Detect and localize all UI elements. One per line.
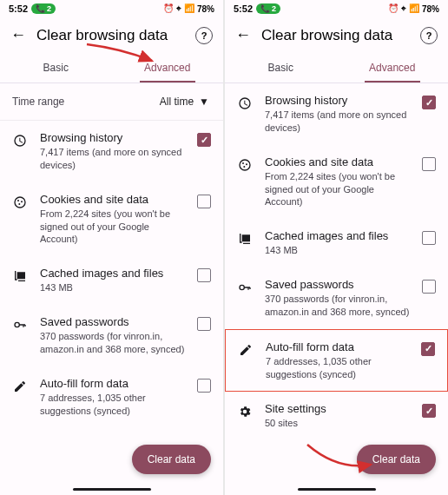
page-title: Clear browsing data xyxy=(36,27,185,44)
item-subtitle: 7,417 items (and more on synced devices) xyxy=(40,146,185,172)
time-range-label: Time range xyxy=(12,96,64,108)
checkbox[interactable] xyxy=(197,195,211,208)
checkbox[interactable] xyxy=(422,280,436,294)
image-icon xyxy=(12,268,28,284)
image-icon xyxy=(237,231,253,247)
item-subtitle: 370 passwords (for vinron.in, amazon.in … xyxy=(40,330,185,356)
history-icon xyxy=(237,96,253,111)
screen-left: 5:52 📞 2 ⏰ ⌖ 📶 78% ← Clear browsing data… xyxy=(0,0,223,495)
svg-point-1 xyxy=(17,200,19,201)
item-title: Saved passwords xyxy=(265,278,410,291)
options-list: Browsing history 7,417 items (and more o… xyxy=(0,121,223,495)
back-arrow-icon[interactable]: ← xyxy=(10,26,26,44)
nav-handle[interactable] xyxy=(298,488,376,491)
item-subtitle: 7 addresses, 1,035 other suggestions (sy… xyxy=(40,392,185,418)
tab-basic[interactable]: Basic xyxy=(225,53,337,82)
options-list: Browsing history 7,417 items (and more o… xyxy=(225,83,448,495)
tab-basic[interactable]: Basic xyxy=(0,53,112,82)
item-cache[interactable]: Cached images and files 143 MB xyxy=(225,219,448,267)
back-arrow-icon[interactable]: ← xyxy=(235,26,251,44)
help-icon[interactable]: ? xyxy=(195,27,213,44)
svg-point-7 xyxy=(246,163,247,165)
nav-handle[interactable] xyxy=(73,488,151,491)
item-subtitle: 143 MB xyxy=(265,244,410,257)
checkbox[interactable] xyxy=(422,404,436,418)
tab-bar: Basic Advanced xyxy=(0,53,223,83)
checkbox[interactable] xyxy=(197,317,211,331)
svg-point-0 xyxy=(15,197,25,208)
svg-point-3 xyxy=(18,203,20,205)
svg-point-9 xyxy=(240,285,244,289)
item-subtitle: 7,417 items (and more on synced devices) xyxy=(265,109,410,135)
cookie-icon xyxy=(237,157,253,173)
checkbox[interactable] xyxy=(422,231,436,245)
clear-data-button[interactable]: Clear data xyxy=(132,445,211,474)
svg-point-6 xyxy=(242,162,244,164)
notification-pill: 📞 2 xyxy=(256,3,280,14)
help-icon[interactable]: ? xyxy=(420,27,438,44)
item-title: Cookies and site data xyxy=(265,155,410,168)
dropdown-icon: ▼ xyxy=(199,96,209,108)
item-site-settings[interactable]: Site settings 50 sites xyxy=(225,392,448,440)
clear-data-button[interactable]: Clear data xyxy=(357,445,436,474)
svg-point-2 xyxy=(21,201,23,202)
edit-icon xyxy=(238,342,254,358)
notification-pill: 📞 2 xyxy=(31,3,56,14)
item-browsing-history[interactable]: Browsing history 7,417 items (and more o… xyxy=(225,83,448,145)
item-subtitle: 7 addresses, 1,035 other suggestions (sy… xyxy=(266,355,409,381)
app-header: ← Clear browsing data ? xyxy=(225,17,448,53)
tab-bar: Basic Advanced xyxy=(225,53,448,83)
cookie-icon xyxy=(12,195,28,210)
key-icon xyxy=(12,317,28,333)
checkbox[interactable] xyxy=(421,342,435,356)
item-title: Cookies and site data xyxy=(40,193,185,206)
item-title: Browsing history xyxy=(265,94,410,107)
time-range-value: All time xyxy=(160,96,194,108)
item-cookies[interactable]: Cookies and site data From 2,224 sites (… xyxy=(225,145,448,220)
item-subtitle: From 2,224 sites (you won't be signed ou… xyxy=(265,170,410,209)
history-icon xyxy=(12,133,28,148)
svg-point-4 xyxy=(15,322,19,327)
item-title: Saved passwords xyxy=(40,315,185,328)
status-bar: 5:52 📞 2 ⏰ ⌖ 📶 78% xyxy=(0,0,223,17)
battery-text: 78% xyxy=(197,4,214,14)
item-autofill[interactable]: Auto-fill form data 7 addresses, 1,035 o… xyxy=(0,366,223,428)
status-bar: 5:52 📞 2 ⏰ ⌖ 📶 78% xyxy=(225,0,448,17)
battery-text: 78% xyxy=(422,4,439,14)
clock-text: 5:52 xyxy=(234,3,253,14)
status-icons: ⏰ ⌖ 📶 xyxy=(163,3,194,14)
tab-advanced[interactable]: Advanced xyxy=(112,53,224,82)
settings-icon xyxy=(237,404,253,419)
item-subtitle: 143 MB xyxy=(40,281,185,294)
clock-text: 5:52 xyxy=(9,3,28,14)
svg-point-5 xyxy=(240,160,250,170)
item-passwords[interactable]: Saved passwords 370 passwords (for vinro… xyxy=(225,267,448,329)
item-title: Auto-fill form data xyxy=(40,377,185,390)
checkbox[interactable] xyxy=(197,379,211,393)
edit-icon xyxy=(12,379,28,394)
item-subtitle: 370 passwords (for vinron.in, amazon.in … xyxy=(265,293,410,319)
item-cookies[interactable]: Cookies and site data From 2,224 sites (… xyxy=(0,182,223,257)
checkbox[interactable] xyxy=(422,96,436,109)
item-title: Browsing history xyxy=(40,131,185,144)
time-range-row[interactable]: Time range All time ▼ xyxy=(0,83,223,121)
item-browsing-history[interactable]: Browsing history 7,417 items (and more o… xyxy=(0,121,223,182)
item-passwords[interactable]: Saved passwords 370 passwords (for vinro… xyxy=(0,305,223,366)
checkbox[interactable] xyxy=(197,133,211,147)
svg-point-8 xyxy=(243,166,245,168)
item-cache[interactable]: Cached images and files 143 MB xyxy=(0,256,223,305)
screen-right: 5:52 📞 2 ⏰ ⌖ 📶 78% ← Clear browsing data… xyxy=(225,0,448,495)
item-title: Site settings xyxy=(265,402,410,415)
status-icons: ⏰ ⌖ 📶 xyxy=(388,3,419,14)
key-icon xyxy=(237,280,253,295)
item-title: Cached images and files xyxy=(265,229,410,242)
checkbox[interactable] xyxy=(422,157,436,171)
item-title: Cached images and files xyxy=(40,267,185,280)
page-title: Clear browsing data xyxy=(261,27,410,44)
item-subtitle: From 2,224 sites (you won't be signed ou… xyxy=(40,208,185,247)
item-autofill[interactable]: Auto-fill form data 7 addresses, 1,035 o… xyxy=(225,329,448,393)
app-header: ← Clear browsing data ? xyxy=(0,17,223,53)
item-title: Auto-fill form data xyxy=(266,340,409,353)
tab-advanced[interactable]: Advanced xyxy=(337,53,449,82)
checkbox[interactable] xyxy=(197,268,211,282)
